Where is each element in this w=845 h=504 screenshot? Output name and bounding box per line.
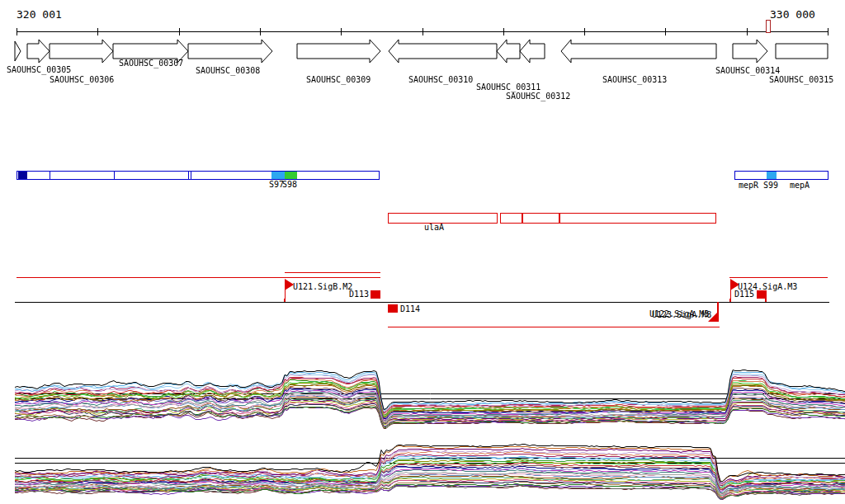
gene-label: SAOUHSC_00311 [476,83,541,92]
gene-label: SAOUHSC_00310 [408,76,473,84]
gene-label: SAOUHSC_00305 [7,66,71,74]
tss-base-tick [729,299,731,302]
terminator-marker[interactable] [757,290,767,299]
tss-label: U121.SigB.M2 [293,283,352,291]
terminator-marker[interactable] [371,290,380,299]
tss-terminator-track [0,0,845,338]
tss-base-tick [765,299,767,302]
terminator-label: D114 [400,305,420,313]
terminator-label: D113 [349,290,369,299]
tss-base-tick [284,299,286,302]
gene-label: SAOUHSC_00315 [769,76,833,84]
gene-label: SAOUHSC_00309 [306,76,371,84]
gene-label: SAOUHSC_00307 [119,59,183,68]
tss-label: U123.SigA.M8 [652,311,711,319]
gene-label: SAOUHSC_00306 [50,76,114,84]
gene-label: SAOUHSC_00314 [715,67,780,75]
gene-label: SAOUHSC_00312 [506,92,570,101]
genome-browser-screen: 320 001 330 000 S97S98mepRS99mepA ulaA U… [0,0,845,504]
gene-label: SAOUHSC_00313 [602,76,667,84]
terminator-marker[interactable] [388,304,398,313]
terminator-label: D115 [734,290,754,299]
gene-label: SAOUHSC_00308 [196,67,260,75]
